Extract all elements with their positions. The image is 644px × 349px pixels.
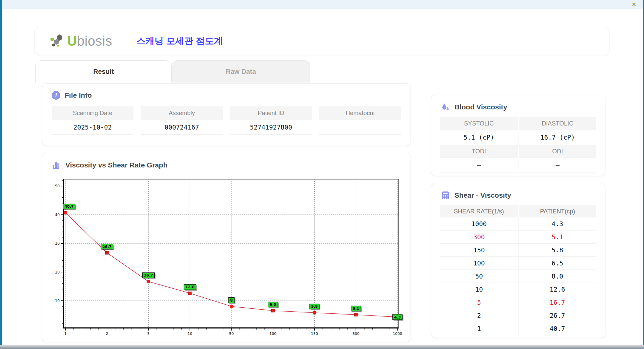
- patient-viscosity-cell: 5.8: [518, 244, 597, 256]
- blood-viscosity-title: Blood Viscosity: [454, 103, 507, 111]
- svg-text:100: 100: [269, 332, 276, 336]
- svg-text:50: 50: [55, 184, 60, 188]
- shear-viscosity-row: 516.7: [440, 296, 596, 309]
- svg-text:150: 150: [311, 332, 318, 336]
- svg-text:1: 1: [64, 332, 67, 336]
- shear-viscosity-row: 1012.6: [440, 283, 596, 296]
- shear-viscosity-row: 226.7: [440, 309, 596, 322]
- svg-text:5.1: 5.1: [353, 306, 360, 311]
- svg-text:8: 8: [230, 298, 233, 303]
- ubiosis-logo-text: Ubiosis: [67, 34, 112, 49]
- graph-card: Viscosity vs Shear Rate Graph 1020304050…: [42, 153, 411, 342]
- svg-text:10: 10: [187, 332, 192, 336]
- svg-text:10: 10: [55, 299, 60, 303]
- tab-result[interactable]: Result: [35, 60, 172, 83]
- blood-viscosity-value: –: [519, 158, 596, 173]
- shear-viscosity-row: 3005.1: [440, 231, 596, 244]
- file-info-field-value: [319, 120, 401, 135]
- viscosity-chart: 10203040501251050100150300100040.726.716…: [51, 177, 408, 338]
- svg-text:6.5: 6.5: [270, 302, 276, 307]
- blood-viscosity-table: SYSTOLICDIASTOLIC5.1 (cP)16.7 (cP)TODIOD…: [440, 117, 596, 173]
- graph-title: Viscosity vs Shear Rate Graph: [65, 161, 167, 169]
- blood-viscosity-label: SYSTOLIC: [440, 117, 518, 130]
- shear-rate-cell: 2: [440, 309, 518, 322]
- viscosity-shear-rate-plot: 10203040501251050100150300100040.726.716…: [51, 177, 408, 337]
- file-info-field: Patient ID52741927800: [230, 106, 312, 135]
- blood-viscosity-label-row: SYSTOLICDIASTOLIC: [440, 117, 596, 130]
- shear-rate-cell: 150: [440, 244, 518, 256]
- svg-text:12.6: 12.6: [185, 285, 195, 289]
- bar-chart-icon: [52, 160, 61, 170]
- shear-viscosity-row: 1505.8: [440, 244, 596, 257]
- shear-rate-column-header: SHEAR RATE(1/s): [440, 205, 518, 217]
- blood-viscosity-label: ODI: [519, 145, 597, 158]
- ubiosis-hexagon-logo-icon: [50, 33, 66, 49]
- ubiosis-logo: Ubiosis: [50, 33, 112, 49]
- shear-viscosity-title: Shear - Viscosity: [454, 191, 511, 199]
- file-info-field: Scanning Date2025-10-02: [52, 106, 133, 135]
- shear-viscosity-row: 10004.3: [440, 217, 596, 231]
- app-header: Ubiosis 스캐닝 모세관 점도계: [35, 27, 609, 55]
- patient-viscosity-cell: 40.7: [518, 322, 597, 335]
- patient-viscosity-cell: 5.1: [518, 231, 597, 243]
- blood-viscosity-value-row: ––: [440, 158, 596, 173]
- window-titlebar: ×: [0, 0, 644, 9]
- shear-rate-cell: 50: [440, 270, 518, 283]
- shear-viscosity-table: SHEAR RATE(1/s) PATIENT(cp) 10004.33005.…: [440, 205, 596, 335]
- patient-viscosity-cell: 12.6: [518, 283, 597, 296]
- window-close-button[interactable]: ×: [632, 1, 636, 8]
- svg-text:20: 20: [55, 270, 60, 275]
- blood-viscosity-label: TODI: [440, 145, 518, 158]
- shear-rate-cell: 300: [440, 231, 518, 243]
- svg-text:50: 50: [229, 332, 234, 336]
- shear-rate-cell: 1000: [440, 217, 518, 230]
- blood-viscosity-card: Blood Viscosity SYSTOLICDIASTOLIC5.1 (cP…: [431, 95, 605, 176]
- file-info-title: File Info: [65, 91, 92, 99]
- svg-text:4.3: 4.3: [394, 315, 401, 319]
- shear-viscosity-row: 1006.5: [440, 257, 596, 270]
- svg-text:5: 5: [147, 332, 150, 336]
- shear-viscosity-body: 10004.33005.11505.81006.5508.01012.6516.…: [440, 217, 596, 335]
- shear-rate-cell: 10: [440, 283, 518, 296]
- patient-viscosity-cell: 4.3: [518, 217, 597, 230]
- shear-viscosity-header-row: SHEAR RATE(1/s) PATIENT(cp): [440, 205, 596, 217]
- shear-rate-cell: 1: [440, 322, 518, 335]
- file-info-field-label: Patient ID: [230, 106, 312, 120]
- file-info-field: Assembly000724167: [141, 106, 223, 135]
- blood-viscosity-value: 5.1 (cP): [440, 130, 518, 145]
- svg-text:300: 300: [353, 332, 360, 336]
- patient-column-header: PATIENT(cp): [519, 205, 597, 217]
- patient-viscosity-cell: 26.7: [518, 309, 597, 322]
- file-info-field-label: Scanning Date: [52, 106, 133, 120]
- patient-viscosity-cell: 6.5: [518, 257, 597, 269]
- patient-viscosity-cell: 8.0: [518, 270, 597, 283]
- shear-viscosity-row: 508.0: [440, 270, 596, 283]
- window-bottom-bar: [0, 345, 644, 349]
- app-title: 스캐닝 모세관 점도계: [137, 35, 223, 47]
- app-window: × Ubiosis 스캐닝 모세관 점도계 Result Raw Data i …: [0, 0, 644, 349]
- svg-text:40: 40: [55, 213, 60, 217]
- blood-viscosity-label: DIASTOLIC: [519, 117, 597, 130]
- window-edge-left: [0, 0, 2, 349]
- shear-viscosity-row: 140.7: [440, 322, 596, 335]
- info-icon: i: [52, 91, 60, 100]
- svg-text:40.7: 40.7: [64, 204, 73, 209]
- svg-text:26.7: 26.7: [102, 245, 111, 249]
- svg-text:5.8: 5.8: [311, 304, 318, 309]
- blood-viscosity-label-row: TODIODI: [440, 145, 596, 158]
- svg-text:1000: 1000: [393, 332, 402, 336]
- file-info-field-label: Hematocrit: [319, 106, 401, 120]
- patient-viscosity-cell: 16.7: [518, 296, 597, 309]
- blood-viscosity-value-row: 5.1 (cP)16.7 (cP): [440, 130, 596, 145]
- svg-text:16.7: 16.7: [144, 273, 153, 278]
- file-info-field: Hematocrit: [319, 106, 401, 135]
- tab-raw-data[interactable]: Raw Data: [171, 60, 310, 83]
- file-info-field-value: 000724167: [141, 120, 223, 135]
- blood-viscosity-value: –: [440, 158, 518, 173]
- shear-rate-cell: 5: [440, 296, 518, 309]
- file-info-field-value: 52741927800: [230, 120, 312, 135]
- file-info-field-label: Assembly: [141, 106, 223, 120]
- blood-drop-icon: [441, 102, 450, 112]
- file-info-grid: Scanning Date2025-10-02Assembly000724167…: [52, 106, 401, 135]
- window-edge-right: [643, 0, 644, 349]
